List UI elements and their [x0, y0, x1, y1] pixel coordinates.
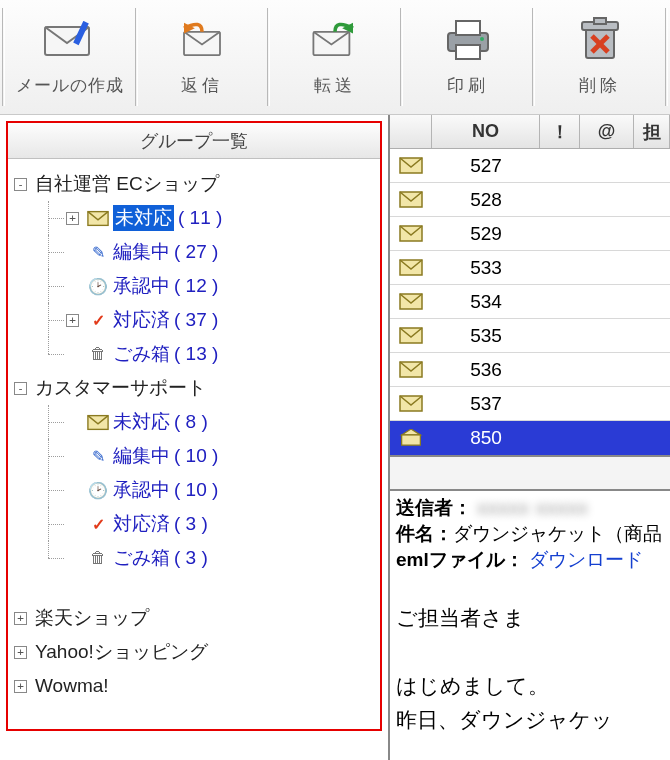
- mail-list-row[interactable]: 528: [390, 183, 670, 217]
- pencil-icon: ✎: [87, 447, 109, 465]
- col-header-bang[interactable]: ！: [540, 115, 580, 148]
- folder-node-approving[interactable]: 🕑承認中 ( 10 ): [32, 473, 374, 507]
- expand-icon[interactable]: +: [14, 612, 27, 625]
- group-sidebar: グループ一覧 -自社運営 ECショップ+未対応 ( 11 )✎編集中 ( 27 …: [6, 121, 382, 731]
- expand-icon[interactable]: +: [14, 646, 27, 659]
- mail-no: 527: [432, 149, 540, 182]
- preview-subject-label: 件名：: [396, 523, 453, 544]
- folder-label: 対応済: [113, 511, 170, 537]
- toolbar-forward-button[interactable]: 転送: [272, 0, 398, 114]
- group-node[interactable]: +Wowma!: [14, 669, 374, 703]
- folder-tree: -自社運営 ECショップ+未対応 ( 11 )✎編集中 ( 27 )🕑承認中 (…: [8, 159, 380, 703]
- mail-status-icon: [390, 353, 432, 386]
- group-node[interactable]: +楽天ショップ: [14, 601, 374, 635]
- col-header-no[interactable]: NO: [432, 115, 540, 148]
- toolbar-button-label: メールの作成: [16, 74, 124, 97]
- preview-eml-label: emlファイル：: [396, 549, 524, 570]
- toolbar-print-button[interactable]: 印刷: [405, 0, 531, 114]
- expand-icon[interactable]: +: [66, 314, 79, 327]
- folder-node-approving[interactable]: 🕑承認中 ( 12 ): [32, 269, 374, 303]
- mail-list-row[interactable]: 533: [390, 251, 670, 285]
- folder-node-unhandled[interactable]: 未対応 ( 8 ): [32, 405, 374, 439]
- collapse-icon[interactable]: -: [14, 178, 27, 191]
- clock-icon: 🕑: [87, 277, 109, 295]
- folder-count: ( 37 ): [174, 309, 218, 331]
- folder-count: ( 27 ): [174, 241, 218, 263]
- folder-node-unhandled[interactable]: +未対応 ( 11 ): [32, 201, 374, 235]
- mail-list-row[interactable]: 535: [390, 319, 670, 353]
- preview-subject-value: ダウンジャケット（商品: [453, 523, 662, 544]
- check-icon: ✓: [87, 515, 109, 533]
- preview-sender-value: xxxxx xxxxx: [477, 497, 588, 518]
- mail-no: 533: [432, 251, 540, 284]
- svg-rect-5: [456, 21, 480, 35]
- folder-count: ( 8 ): [174, 411, 208, 433]
- mail-list-row[interactable]: 537: [390, 387, 670, 421]
- folder-count: ( 3 ): [174, 513, 208, 535]
- preview-body-line: ご担当者さま: [396, 601, 664, 635]
- group-label: 楽天ショップ: [35, 605, 149, 631]
- folder-node-done[interactable]: +✓対応済 ( 37 ): [32, 303, 374, 337]
- mail-status-icon: [390, 285, 432, 318]
- folder-label: 編集中: [113, 443, 170, 469]
- group-node[interactable]: -カスタマーサポート: [14, 371, 374, 405]
- preview-body-line: はじめまして。: [396, 669, 664, 703]
- trash-icon: 🗑: [87, 549, 109, 567]
- group-label: 自社運営 ECショップ: [35, 171, 219, 197]
- folder-count: ( 10 ): [174, 479, 218, 501]
- mail-no: 534: [432, 285, 540, 318]
- toolbar-compose-button[interactable]: メールの作成: [7, 0, 133, 114]
- mail-list-row[interactable]: 529: [390, 217, 670, 251]
- folder-label: 対応済: [113, 307, 170, 333]
- mail-no: 535: [432, 319, 540, 352]
- mail-list-row[interactable]: 536: [390, 353, 670, 387]
- toolbar-reply-button[interactable]: 返信: [140, 0, 266, 114]
- toolbar-button-label: 削除: [579, 74, 621, 97]
- folder-label: 承認中: [113, 273, 170, 299]
- group-label: Wowma!: [35, 675, 109, 697]
- forward-icon: [305, 14, 365, 64]
- group-node[interactable]: +Yahoo!ショッピング: [14, 635, 374, 669]
- preview-eml-download-link[interactable]: ダウンロード: [529, 549, 643, 570]
- mail-list-row[interactable]: 534: [390, 285, 670, 319]
- mail-no: 528: [432, 183, 540, 216]
- group-node[interactable]: -自社運営 ECショップ: [14, 167, 374, 201]
- mail-list-row[interactable]: 527: [390, 149, 670, 183]
- collapse-icon[interactable]: -: [14, 382, 27, 395]
- group-label: Yahoo!ショッピング: [35, 639, 208, 665]
- pane-splitter[interactable]: [390, 455, 670, 491]
- trash-icon: 🗑: [87, 345, 109, 363]
- col-header-at[interactable]: @: [580, 115, 634, 148]
- folder-label: 編集中: [113, 239, 170, 265]
- mail-no: 529: [432, 217, 540, 250]
- folder-count: ( 10 ): [174, 445, 218, 467]
- toolbar-separator: [2, 8, 5, 106]
- folder-node-trash[interactable]: 🗑ごみ箱 ( 13 ): [32, 337, 374, 371]
- check-icon: ✓: [87, 311, 109, 329]
- mail-status-icon: [390, 217, 432, 250]
- toolbar-separator: [532, 8, 535, 106]
- preview-sender-label: 送信者：: [396, 497, 472, 518]
- toolbar-delete-button[interactable]: 削除: [537, 0, 663, 114]
- folder-label: ごみ箱: [113, 341, 170, 367]
- mail-list-row[interactable]: 850: [390, 421, 670, 455]
- folder-node-trash[interactable]: 🗑ごみ箱 ( 3 ): [32, 541, 374, 575]
- envelope-icon: [87, 413, 109, 431]
- mail-no: 536: [432, 353, 540, 386]
- toolbar-button-label: 返信: [181, 74, 223, 97]
- mail-preview: 送信者： xxxxx xxxxx 件名：ダウンジャケット（商品 emlファイル：…: [390, 491, 670, 737]
- folder-count: ( 13 ): [174, 343, 218, 365]
- toolbar-separator: [267, 8, 270, 106]
- svg-rect-6: [456, 45, 480, 59]
- compose-icon: [40, 14, 100, 64]
- expand-icon[interactable]: +: [66, 212, 79, 225]
- toolbar-separator: [400, 8, 403, 106]
- folder-node-done[interactable]: ✓対応済 ( 3 ): [32, 507, 374, 541]
- col-header-owner[interactable]: 担: [634, 115, 670, 148]
- folder-node-editing[interactable]: ✎編集中 ( 10 ): [32, 439, 374, 473]
- svg-marker-23: [402, 429, 421, 435]
- envelope-icon: [87, 209, 109, 227]
- folder-node-editing[interactable]: ✎編集中 ( 27 ): [32, 235, 374, 269]
- folder-label: 未対応: [113, 409, 170, 435]
- expand-icon[interactable]: +: [14, 680, 27, 693]
